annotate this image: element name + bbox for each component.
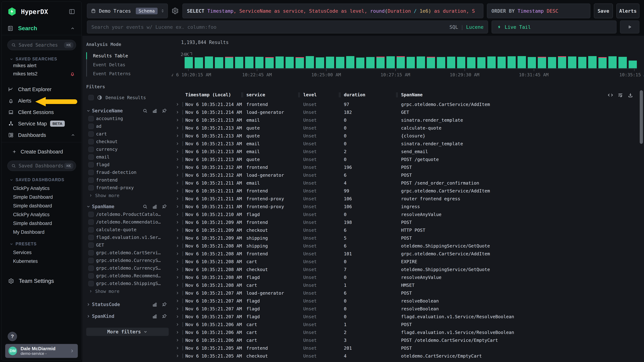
- filter-checkbox-item[interactable]: GET: [86, 241, 172, 249]
- table-row[interactable]: Nov 6 10:35:21.206 AM cart Unset 2 flagd…: [175, 328, 644, 336]
- save-button[interactable]: Save: [594, 3, 613, 18]
- histogram-bar[interactable]: [296, 57, 304, 68]
- table-row[interactable]: Nov 6 10:35:21.209 AM checkout Unset 6 H…: [175, 226, 644, 234]
- checkbox[interactable]: [88, 124, 94, 129]
- sql-query[interactable]: SELECT Timestamp, ServiceName as service…: [187, 8, 475, 14]
- checkbox[interactable]: [88, 185, 94, 190]
- expand-row-icon[interactable]: [175, 228, 180, 232]
- saved-searches-input[interactable]: [18, 42, 64, 48]
- table-row[interactable]: Nov 6 10:35:21.213 AM quote Unset 0 POST…: [175, 156, 644, 163]
- expand-row-icon[interactable]: [175, 346, 180, 350]
- checkbox[interactable]: [88, 273, 94, 279]
- expand-row-icon[interactable]: [175, 181, 180, 185]
- saved-search-item[interactable]: mikes tets2: [2, 70, 82, 78]
- filter-checkbox-item[interactable]: cart: [86, 130, 172, 138]
- filter-checkbox-item[interactable]: /oteldemo.ProductCatalo…: [86, 210, 172, 218]
- table-row[interactable]: Nov 6 10:35:21.208 AM flagd Unset 0 reso…: [175, 273, 644, 281]
- histogram-bar[interactable]: [598, 57, 606, 68]
- checkbox[interactable]: [88, 154, 94, 160]
- expand-row-icon[interactable]: [175, 299, 180, 303]
- expand-row-icon[interactable]: [175, 315, 180, 319]
- filter-checkbox-item[interactable]: flagd: [86, 161, 172, 169]
- expand-row-icon[interactable]: [175, 134, 180, 138]
- saved-searches-header[interactable]: SAVED SEARCHES: [10, 57, 82, 61]
- histogram-bar[interactable]: [548, 57, 556, 68]
- saved-dashboard-item[interactable]: ClickPy Analytics: [2, 184, 82, 193]
- checkbox[interactable]: [88, 178, 94, 183]
- expand-row-icon[interactable]: [175, 267, 180, 272]
- saved-searches-search[interactable]: ⌘K: [7, 40, 76, 50]
- histogram-bar[interactable]: [255, 57, 264, 68]
- preset-item[interactable]: Kubernetes: [2, 257, 82, 266]
- filter-checkbox-item[interactable]: /oteldemo.Recommendatio…: [86, 218, 172, 226]
- saved-dashboard-item[interactable]: Simple dashboard: [2, 219, 82, 228]
- histogram-bar[interactable]: [477, 57, 486, 68]
- filter-group-header[interactable]: ServiceName: [86, 107, 172, 115]
- sidebar-item-alerts[interactable]: Alerts: [2, 95, 82, 107]
- histogram-bar[interactable]: [336, 57, 344, 68]
- bar-chart-icon[interactable]: [152, 108, 158, 113]
- histogram-bar[interactable]: [306, 56, 314, 68]
- saved-dashboards-search[interactable]: ⌘K: [7, 161, 76, 171]
- chevron-up-icon[interactable]: [71, 133, 75, 137]
- filter-checkbox-item[interactable]: currency: [86, 146, 172, 153]
- filter-checkbox-item[interactable]: frontend-proxy: [86, 184, 172, 191]
- sidebar-item-dashboards[interactable]: Dashboards: [2, 129, 82, 141]
- checkbox[interactable]: [88, 212, 94, 217]
- collapse-sidebar-icon[interactable]: [68, 8, 75, 15]
- checkbox[interactable]: [88, 139, 94, 144]
- live-tail-button[interactable]: Live Tail: [492, 20, 616, 33]
- expand-row-icon[interactable]: [175, 220, 180, 224]
- histogram-bar[interactable]: [447, 57, 455, 68]
- wrap-text-icon[interactable]: [618, 92, 623, 98]
- event-search-bar[interactable]: SQL | Lucene: [87, 20, 488, 33]
- chevron-up-icon[interactable]: [70, 26, 75, 31]
- expand-row-icon[interactable]: [175, 196, 180, 201]
- search-icon[interactable]: [142, 108, 148, 113]
- histogram-bar[interactable]: [205, 56, 213, 68]
- help-button[interactable]: ?: [8, 332, 17, 341]
- user-menu[interactable]: DM Dale McDiarmid demo-service -: [5, 344, 78, 358]
- filter-checkbox-item[interactable]: flagd.evaluation.v1.Ser…: [86, 233, 172, 241]
- filter-checkbox-item[interactable]: grpc.oteldemo.CurrencyS…: [86, 264, 172, 272]
- table-row[interactable]: Nov 6 10:35:21.205 AM frontend Unset 201…: [175, 344, 644, 352]
- histogram-bar[interactable]: [578, 57, 586, 68]
- filter-checkbox-item[interactable]: grpc.oteldemo.Recommend…: [86, 272, 172, 280]
- expand-row-icon[interactable]: [175, 338, 180, 342]
- filter-checkbox-item[interactable]: accounting: [86, 115, 172, 122]
- analysis-mode-option[interactable]: Event Deltas: [86, 60, 172, 69]
- histogram-bar[interactable]: [346, 56, 354, 68]
- checkbox[interactable]: [88, 147, 94, 152]
- order-by-expression[interactable]: ORDER BY Timestamp DESC: [492, 8, 558, 14]
- search-icon[interactable]: [142, 204, 148, 209]
- table-row[interactable]: Nov 6 10:35:21.211 AM frontend-proxy Uns…: [175, 195, 644, 203]
- histogram-bar[interactable]: [427, 57, 435, 68]
- histogram-bar[interactable]: [498, 57, 506, 68]
- table-row[interactable]: Nov 6 10:35:21.208 AM checkout Unset 7 o…: [175, 266, 644, 273]
- create-dashboard-button[interactable]: Create Dashboard: [2, 147, 82, 156]
- checkbox[interactable]: [88, 250, 94, 255]
- filter-checkbox-item[interactable]: grpc.oteldemo.CartServi…: [86, 249, 172, 257]
- filter-checkbox-item[interactable]: fraud-detection: [86, 169, 172, 176]
- bar-chart-icon[interactable]: [152, 314, 158, 319]
- pin-icon[interactable]: [162, 204, 167, 209]
- filter-group-header[interactable]: SpanKind: [86, 312, 172, 320]
- saved-dashboard-item[interactable]: Simple dashboard: [2, 201, 82, 210]
- histogram-bar[interactable]: [366, 57, 374, 68]
- histogram-bar[interactable]: [417, 56, 425, 68]
- column-header-service[interactable]: service: [246, 92, 303, 97]
- denoise-results-toggle[interactable]: Denoise Results: [86, 94, 172, 102]
- download-icon[interactable]: [628, 92, 633, 98]
- preset-item[interactable]: Services: [2, 248, 82, 257]
- histogram-bar[interactable]: [215, 57, 223, 68]
- expand-row-icon[interactable]: [175, 102, 180, 107]
- expand-row-icon[interactable]: [175, 283, 180, 287]
- saved-dashboard-item[interactable]: ClickPy Analytics: [2, 210, 82, 219]
- code-icon[interactable]: [608, 92, 613, 98]
- column-resize-handle[interactable]: [298, 93, 300, 97]
- table-row[interactable]: Nov 6 10:35:21.208 AM shipping Unset 6 o…: [175, 242, 644, 250]
- saved-dashboards-input[interactable]: [18, 163, 64, 169]
- saved-dashboard-item[interactable]: My Dashboard: [2, 228, 82, 237]
- table-row[interactable]: Nov 6 10:35:21.209 AM frontend Unset 198…: [175, 218, 644, 226]
- filter-checkbox-item[interactable]: email: [86, 153, 172, 161]
